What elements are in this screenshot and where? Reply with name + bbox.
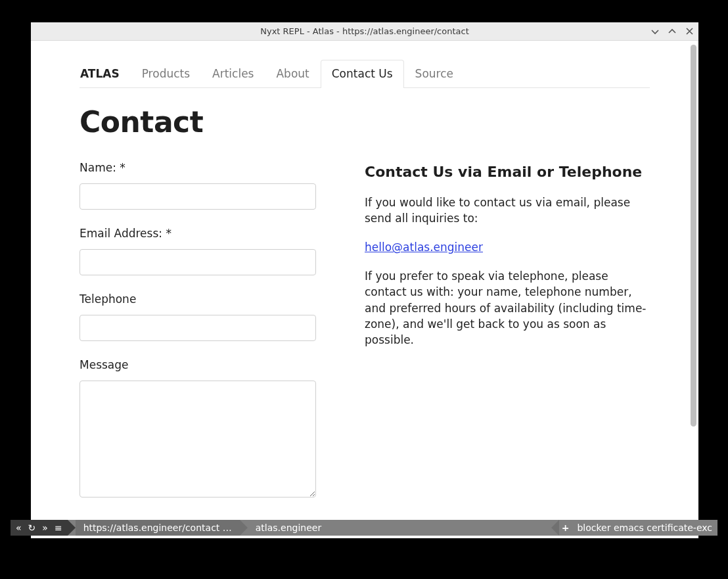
add-mode-button[interactable]: + [562,522,570,533]
telephone-field[interactable] [80,315,316,341]
modeline-url: https://atlas.engineer/contact … [83,522,232,533]
viewport: ATLAS Products Articles About Contact Us… [31,41,698,538]
nav-about[interactable]: About [265,60,320,88]
name-label: Name: * [80,161,316,174]
info-heading: Contact Us via Email or Telephone [365,164,650,180]
content-columns: Name: * Email Address: * Telephone Messa… [80,161,650,517]
nav-contact-us[interactable]: Contact Us [321,60,404,88]
modeline-modes-segment: + blocker emacs certificate-exc [559,520,717,536]
back-button[interactable]: « [16,523,22,532]
menu-button[interactable]: ≡ [55,523,62,532]
window-title: Nyxt REPL - Atlas - https://atlas.engine… [260,26,469,36]
browser-window: Nyxt REPL - Atlas - https://atlas.engine… [31,22,698,538]
info-paragraph-2: If you prefer to speak via telephone, pl… [365,268,650,348]
reload-button[interactable]: ↻ [28,523,36,532]
modeline: « ↻ » ≡ https://atlas.engineer/contact …… [11,520,717,536]
modeline-url-segment[interactable]: https://atlas.engineer/contact … [76,520,240,536]
modeline-domain: atlas.engineer [256,522,321,533]
page-content: ATLAS Products Articles About Contact Us… [31,41,698,538]
top-nav: ATLAS Products Articles About Contact Us… [80,59,650,88]
info-email-link[interactable]: hello@atlas.engineer [365,241,483,254]
minimize-button[interactable] [650,26,660,37]
separator-icon [551,520,559,536]
close-button[interactable] [684,26,694,37]
contact-form: Name: * Email Address: * Telephone Messa… [80,161,316,517]
name-field[interactable] [80,183,316,210]
modeline-domain-segment[interactable]: atlas.engineer [248,520,551,536]
modeline-controls: « ↻ » ≡ [11,520,68,536]
maximize-button[interactable] [667,26,677,37]
telephone-label: Telephone [80,292,316,306]
modeline-modes: blocker emacs certificate-exc [577,522,712,533]
nav-brand[interactable]: ATLAS [80,60,131,88]
scrollbar[interactable] [691,45,696,534]
scrollbar-thumb[interactable] [691,45,696,427]
window-controls [650,22,694,40]
nav-products[interactable]: Products [131,60,201,88]
separator-icon [240,520,248,536]
email-field[interactable] [80,249,316,275]
info-email-wrap: hello@atlas.engineer [365,241,650,254]
email-label: Email Address: * [80,227,316,240]
page-title: Contact [80,105,650,139]
forward-button[interactable]: » [42,523,48,532]
nav-articles[interactable]: Articles [201,60,265,88]
titlebar: Nyxt REPL - Atlas - https://atlas.engine… [31,22,698,41]
info-paragraph-1: If you would like to contact us via emai… [365,195,650,226]
message-label: Message [80,358,316,371]
nav-source[interactable]: Source [404,60,465,88]
separator-icon [68,520,76,536]
contact-info: Contact Us via Email or Telephone If you… [365,161,650,517]
message-field[interactable] [80,381,316,498]
